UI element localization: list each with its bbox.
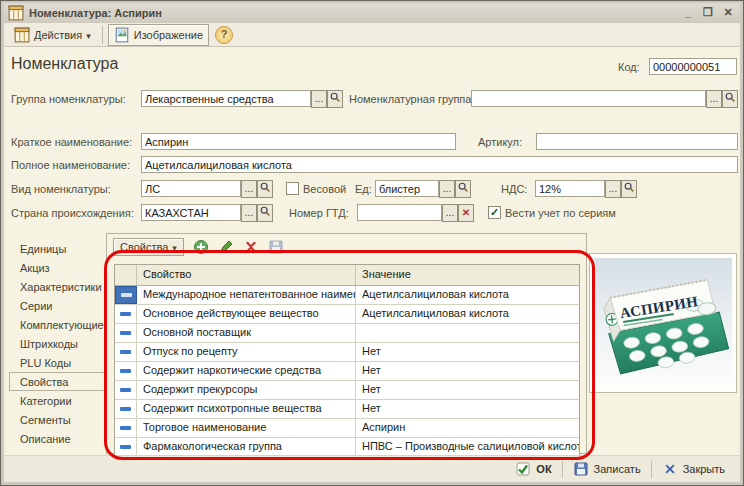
toolbar-separator [102, 26, 103, 44]
table-row[interactable]: Содержит наркотические средства Нет [115, 362, 579, 381]
sidebar-tab[interactable]: PLU Коды [9, 353, 107, 372]
short-name-field[interactable] [141, 133, 456, 150]
sidebar-tab[interactable]: Серии [9, 296, 107, 315]
close-form-button[interactable]: Закрыть [655, 459, 732, 479]
value-cell[interactable]: Нет [356, 362, 579, 380]
minimize-button[interactable]: _ [680, 6, 696, 20]
table-row[interactable]: Отпуск по рецепту Нет [115, 343, 579, 362]
value-cell[interactable]: НПВС – Производные салициловой кислоты [356, 438, 579, 456]
edit-property-button[interactable] [218, 239, 234, 255]
property-cell[interactable]: Содержит прекурсоры [137, 381, 356, 399]
property-cell[interactable]: Содержит наркотические средства [137, 362, 356, 380]
nom-group-label: Номенклатурная группа: [349, 93, 475, 105]
sidebar-tab[interactable]: Характеристики [9, 277, 107, 296]
kind-search-button[interactable] [257, 180, 273, 198]
close-x-icon [662, 461, 678, 477]
image-button[interactable]: Изображение [108, 24, 209, 46]
vat-field[interactable] [535, 180, 605, 197]
country-search-button[interactable] [257, 204, 273, 222]
group-search-button[interactable] [327, 90, 343, 108]
actions-label: Действия [34, 29, 82, 41]
kind-label: Вид номенклатуры: [11, 183, 111, 195]
country-lookup-button[interactable]: ... [241, 204, 257, 222]
country-field[interactable] [141, 204, 241, 221]
table-row[interactable]: Фармакологическая группа НПВС – Производ… [115, 438, 579, 456]
table-header: Свойство Значение [115, 265, 579, 286]
sidebar-tab[interactable]: Описание [9, 429, 107, 448]
sidebar-tab[interactable]: Свойства [9, 372, 108, 391]
property-cell[interactable]: Основной поставщик [137, 324, 356, 342]
unit-lookup-button[interactable]: ... [439, 180, 455, 198]
sidebar-tab[interactable]: Комплектующие [9, 315, 107, 334]
maximize-button[interactable]: ❒ [700, 6, 716, 20]
value-cell[interactable]: Нет [356, 343, 579, 361]
table-row[interactable]: Содержит прекурсоры Нет [115, 381, 579, 400]
country-label: Страна происхождения: [11, 207, 134, 219]
value-cell[interactable]: Нет [356, 381, 579, 399]
full-name-field[interactable] [141, 156, 738, 173]
unit-field[interactable] [375, 180, 439, 197]
nom-group-lookup-button[interactable]: ... [706, 90, 722, 108]
sidebar-tab-label: Описание [20, 433, 71, 445]
group-lookup-button[interactable]: ... [311, 90, 327, 108]
close-button[interactable]: ✕ [720, 6, 736, 20]
actions-menu-button[interactable]: Действия [8, 24, 97, 46]
ok-button[interactable]: ОК [508, 459, 558, 479]
article-label: Артикул: [478, 136, 522, 148]
table-row[interactable]: Содержит психотропные вещества Нет [115, 400, 579, 419]
value-cell[interactable]: Нет [356, 400, 579, 418]
value-column-header: Значение [356, 265, 579, 285]
property-cell[interactable]: Основное действующее вещество [137, 305, 356, 323]
sidebar-tab[interactable]: Сегменты [9, 410, 107, 429]
property-cell[interactable]: Фармакологическая группа [137, 438, 356, 456]
title-bar[interactable]: Номенклатура: Аспирин _ ❒ ✕ [4, 3, 740, 23]
series-checkbox-label: Вести учет по сериям [505, 207, 616, 219]
gtd-field[interactable] [357, 204, 442, 221]
save-label: Записать [594, 463, 641, 475]
sidebar-tab-label: PLU Коды [20, 357, 71, 369]
save-button[interactable]: Записать [566, 459, 648, 479]
nom-group-search-button[interactable] [722, 90, 738, 108]
weight-checkbox[interactable] [286, 182, 299, 195]
properties-panel: Свойства Свойство Значение [106, 233, 587, 454]
nomenclature-window: Номенклатура: Аспирин _ ❒ ✕ Действия Изо… [0, 0, 744, 486]
actions-grid-icon [14, 27, 30, 43]
series-checkbox[interactable] [488, 206, 501, 219]
unit-search-button[interactable] [455, 180, 471, 198]
gtd-lookup-button[interactable]: ... [442, 204, 458, 222]
sidebar-tab[interactable]: Категории [9, 391, 107, 410]
vat-lookup-button[interactable]: ... [605, 180, 621, 198]
vat-search-button[interactable] [621, 180, 637, 198]
property-cell[interactable]: Торговое наименование [137, 419, 356, 437]
sidebar-tab-label: Комплектующие [20, 319, 104, 331]
table-row[interactable]: Торговое наименование Аспирин [115, 419, 579, 438]
product-image-panel[interactable]: АСПИРИН [589, 253, 737, 393]
gtd-clear-button[interactable]: ✕ [458, 204, 474, 222]
property-cell[interactable]: Международное непатентованное наимено... [137, 286, 356, 304]
group-field[interactable] [141, 90, 311, 107]
add-property-button[interactable] [193, 239, 209, 255]
kind-field[interactable] [141, 180, 241, 197]
sidebar-tab[interactable]: Акциз [9, 258, 107, 277]
nom-group-field[interactable] [471, 90, 706, 107]
article-field[interactable] [536, 133, 738, 150]
value-cell[interactable]: Аспирин [356, 419, 579, 437]
table-row[interactable]: Основной поставщик [115, 324, 579, 343]
properties-menu-button[interactable]: Свойства [113, 238, 184, 256]
property-marker-icon [120, 388, 131, 392]
property-cell[interactable]: Содержит психотропные вещества [137, 400, 356, 418]
value-cell[interactable]: Ацетилсалициловая кислота [356, 305, 579, 323]
table-row[interactable]: Международное непатентованное наимено...… [115, 286, 579, 305]
value-cell[interactable] [356, 324, 579, 342]
value-cell[interactable]: Ацетилсалициловая кислота [356, 286, 579, 304]
kind-lookup-button[interactable]: ... [241, 180, 257, 198]
help-button[interactable]: ? [215, 26, 233, 44]
table-row[interactable]: Основное действующее вещество Ацетилсали… [115, 305, 579, 324]
weight-checkbox-label: Весовой [303, 183, 346, 195]
property-marker-icon [120, 426, 131, 430]
sidebar-tab[interactable]: Штрихкоды [9, 334, 107, 353]
sidebar-tab[interactable]: Единицы [9, 239, 107, 258]
property-cell[interactable]: Отпуск по рецепту [137, 343, 356, 361]
code-field[interactable] [649, 58, 737, 75]
delete-property-button[interactable] [243, 239, 259, 255]
